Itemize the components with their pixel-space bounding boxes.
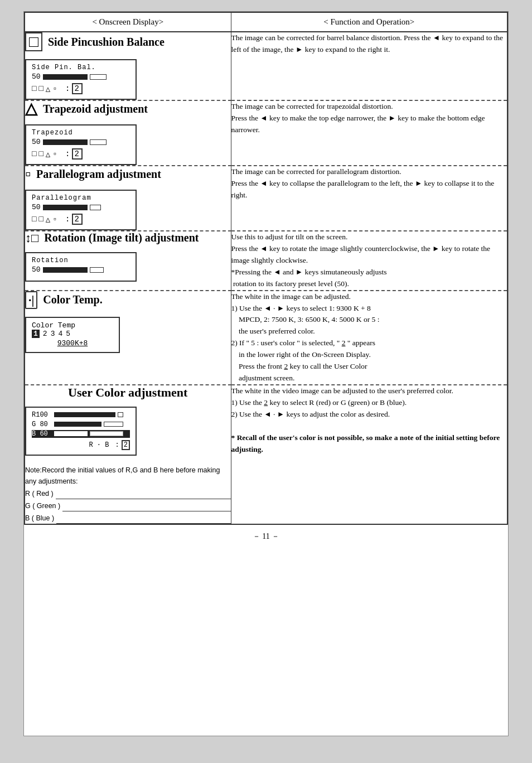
page: < Onscreen Display> < Function and Opera…	[23, 11, 509, 736]
uc-r-bar	[54, 412, 115, 417]
shape-selected-para: 2	[72, 214, 82, 225]
osd-title-ct: Color Temp	[32, 321, 113, 330]
osd-bar-empty-trap	[90, 139, 107, 145]
note-g-label: G ( Green )	[25, 500, 60, 511]
osd-side-pincushion: Side Pin. Bal. 50 □ □ △ ▫ : 2	[25, 59, 137, 100]
title-color-temp: ∙| Color Temp.	[25, 291, 231, 309]
note-g-line	[62, 503, 230, 511]
title-text-color-temp: Color Temp.	[43, 293, 102, 306]
shape-colon-sp: :	[60, 84, 71, 93]
note-r: R ( Red )	[25, 488, 231, 499]
osd-value-para: 50	[32, 203, 41, 211]
desc-rotation: Use this to adjust for tilt on the scree…	[231, 233, 491, 288]
note-section: Note:Record the initial values of R,G an…	[25, 465, 231, 524]
title-user-color: User Color adjustment	[25, 385, 231, 400]
note-b: B ( Blue )	[25, 513, 231, 524]
title-text-parallelogram: Parallelogram adjustment	[36, 168, 161, 181]
osd-bar-trap: 50	[32, 138, 130, 146]
ct-value-row: 9300K+8	[32, 339, 113, 347]
note-b-label: B ( Blue )	[25, 513, 54, 524]
shape-colon-para: :	[60, 215, 71, 224]
right-color-temp: The white in the image can be adjusted.1…	[231, 291, 507, 385]
row-parallelogram: ▫ Parallelogram adjustment Parallelogram…	[25, 166, 507, 231]
shape4-trap: ▫	[52, 149, 58, 158]
osd-color-temp: Color Temp 1 2 3 4 5 9300K+8	[25, 317, 120, 353]
osd-parallelogram: Parallelogram 50 □ □ △ ▫ : 2	[25, 190, 137, 230]
ct-option-1: 1	[32, 330, 40, 338]
osd-bar-empty-para	[90, 205, 101, 210]
icon-side-pincushion: □	[25, 32, 42, 51]
title-text-trapezoid: Trapezoid adjustment	[43, 103, 148, 115]
title-text-rotation: Rotation (Image tilt) adjustment	[44, 231, 199, 244]
title-text-user-color: User Color adjustment	[68, 385, 187, 400]
icon-trapezoid: △	[25, 101, 37, 117]
right-user-color: The white in the video image can be adju…	[231, 385, 507, 524]
desc-user-color: The white in the video image can be adju…	[231, 387, 500, 453]
note-text: Note:Record the initial values of R,G an…	[25, 465, 231, 487]
title-rotation: ↕□ Rotation (Image tilt) adjustment	[25, 231, 231, 244]
uc-rb-label: R · B	[32, 441, 109, 449]
osd-title-rot: Rotation	[32, 257, 130, 264]
shape1-trap: □	[32, 149, 37, 158]
osd-bar-rot: 50	[32, 265, 130, 274]
uc-rb-row: R · B : 2	[32, 440, 130, 450]
uc-b-label: B 60	[32, 430, 52, 438]
desc-color-temp: The white in the image can be adjusted.1…	[231, 292, 380, 382]
desc-side-pincushion: The image can be corrected for barrel ba…	[231, 33, 504, 54]
shape-selected-trap: 2	[72, 148, 82, 160]
ct-options-row: 1 2 3 4 5	[32, 330, 113, 338]
uc-r-row: R100	[32, 411, 130, 419]
osd-trapezoid: Trapezoid 50 □ □ △ ▫ : 2	[25, 124, 137, 165]
osd-bar-fill-rot	[43, 267, 88, 273]
left-color-temp: ∙| Color Temp. Color Temp 1 2 3 4 5	[25, 291, 231, 385]
osd-bar-fill-trap	[43, 139, 88, 145]
osd-shapes-sp: □ □ △ ▫ : 2	[32, 83, 130, 94]
osd-rotation: Rotation 50	[25, 252, 137, 282]
title-side-pincushion: □ Side Pincushion Balance	[25, 32, 231, 51]
osd-shapes-para: □ □ △ ▫ : 2	[32, 214, 130, 225]
icon-parallelogram: ▫	[25, 166, 31, 182]
ct-option-3: 3	[51, 330, 55, 338]
osd-title-para: Parallelogram	[32, 194, 130, 202]
left-rotation: ↕□ Rotation (Image tilt) adjustment Rota…	[25, 231, 231, 291]
right-parallelogram: The image can be corrected for parallelo…	[231, 166, 507, 231]
uc-r-label: R100	[32, 411, 52, 419]
note-b-line	[56, 515, 230, 524]
row-user-color: User Color adjustment R100 G 80	[25, 385, 507, 524]
uc-g-label: G 80	[32, 421, 52, 428]
right-rotation: Use this to adjust for tilt on the scree…	[231, 231, 507, 291]
row-side-pincushion: □ Side Pincushion Balance Side Pin. Bal.…	[25, 32, 507, 100]
icon-color-temp: ∙|	[25, 291, 37, 309]
shape3-trap: △	[46, 149, 51, 159]
shape2-para: □	[38, 215, 44, 224]
uc-g-bar-empty	[104, 422, 123, 427]
uc-g-bar	[54, 422, 101, 427]
uc-rb-colon: :	[111, 441, 119, 449]
osd-title-sp: Side Pin. Bal.	[32, 64, 130, 71]
left-side-pincushion: □ Side Pincushion Balance Side Pin. Bal.…	[25, 32, 231, 100]
osd-shapes-trap: □ □ △ ▫ : 2	[32, 148, 130, 160]
page-number: － 11 －	[24, 525, 508, 546]
shape2-sp: □	[38, 84, 44, 93]
row-color-temp: ∙| Color Temp. Color Temp 1 2 3 4 5	[25, 291, 507, 385]
uc-b-bar	[54, 431, 88, 436]
osd-value-sp: 50	[32, 73, 41, 81]
left-user-color: User Color adjustment R100 G 80	[25, 385, 231, 524]
osd-user-color: R100 G 80 B 60	[25, 407, 137, 456]
ct-option-4: 4	[58, 330, 62, 338]
shape4-para: ▫	[52, 215, 58, 224]
shape3-sp: △	[46, 84, 51, 94]
osd-bar-fill-para	[43, 205, 88, 210]
row-rotation: ↕□ Rotation (Image tilt) adjustment Rota…	[25, 231, 507, 291]
osd-bar-empty-sp	[90, 74, 107, 80]
shape3-para: △	[46, 215, 51, 224]
ct-option-5: 5	[66, 330, 70, 338]
right-side-pincushion: The image can be corrected for barrel ba…	[231, 32, 507, 100]
note-r-line	[56, 490, 231, 499]
desc-parallelogram: The image can be corrected for parallelo…	[231, 167, 495, 199]
osd-title-trap: Trapezoid	[32, 129, 130, 137]
uc-r-bar-empty	[118, 412, 123, 417]
shape2-trap: □	[38, 149, 44, 158]
title-parallelogram: ▫ Parallelogram adjustment	[25, 166, 231, 182]
title-text-side-pincushion: Side Pincushion Balance	[48, 36, 165, 49]
